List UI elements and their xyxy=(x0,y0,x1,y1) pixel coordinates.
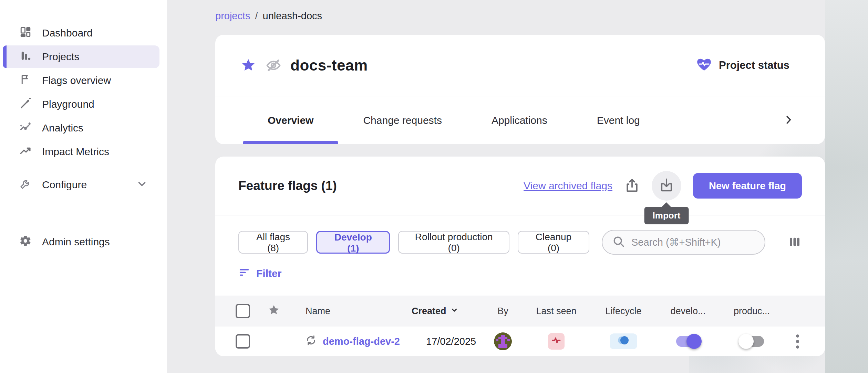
tabs-overflow-button[interactable] xyxy=(782,96,795,144)
project-title: docs-team xyxy=(290,57,368,74)
production-toggle[interactable] xyxy=(738,333,765,350)
chip-all-flags[interactable]: All flags (8) xyxy=(238,231,308,254)
breadcrumb: projects / unleash-docs xyxy=(215,10,868,22)
search-box xyxy=(602,230,765,255)
column-header-by[interactable]: By xyxy=(484,306,522,317)
search-icon xyxy=(612,235,625,249)
heart-pulse-icon xyxy=(696,57,712,74)
sidebar-item-admin-settings[interactable]: Admin settings xyxy=(3,231,159,253)
flags-toolbar: All flags (8) Develop (1) Rollout produc… xyxy=(215,215,825,255)
chip-rollout-production[interactable]: Rollout production (0) xyxy=(398,231,509,254)
table-row: demo-flag-dev-2 17/02/2025 xyxy=(215,327,825,356)
sidebar-item-label: Playground xyxy=(42,98,94,110)
sidebar-item-playground[interactable]: Playground xyxy=(3,93,159,116)
project-status-button[interactable]: Project status xyxy=(696,57,789,74)
sidebar-item-label: Analytics xyxy=(42,122,83,134)
star-icon xyxy=(267,303,280,319)
tab-applications[interactable]: Applications xyxy=(467,96,572,144)
row-actions-menu-icon[interactable] xyxy=(796,334,799,349)
column-header-created[interactable]: Created xyxy=(412,306,484,317)
projects-icon xyxy=(19,50,32,64)
analytics-icon xyxy=(19,121,32,136)
gear-icon xyxy=(19,235,32,249)
project-tabs: Overview Change requests Applications Ev… xyxy=(215,96,825,144)
export-icon xyxy=(624,178,640,194)
chip-develop[interactable]: Develop (1) xyxy=(316,231,390,254)
export-button[interactable] xyxy=(624,178,640,194)
column-header-production[interactable]: produc... xyxy=(720,306,784,317)
project-status-label: Project status xyxy=(719,59,789,72)
lifecycle-stage-badge[interactable] xyxy=(610,333,637,349)
chip-cleanup[interactable]: Cleanup (0) xyxy=(518,231,589,254)
wrench-icon xyxy=(19,178,32,192)
import-button[interactable]: Import xyxy=(652,171,681,201)
feature-flags-title: Feature flags (1) xyxy=(238,179,337,193)
last-seen-badge[interactable] xyxy=(548,333,565,350)
pulse-icon xyxy=(551,335,562,348)
breadcrumb-separator: / xyxy=(255,10,258,22)
sidebar-item-configure[interactable]: Configure xyxy=(3,173,159,196)
sidebar-item-flags-overview[interactable]: Flags overview xyxy=(3,69,159,92)
import-icon xyxy=(659,177,674,194)
import-tooltip: Import xyxy=(644,207,689,224)
breadcrumb-projects-link[interactable]: projects xyxy=(215,10,250,22)
sidebar-item-label: Projects xyxy=(42,51,79,63)
column-header-name[interactable]: Name xyxy=(291,306,412,317)
favorite-column-header[interactable] xyxy=(257,303,291,319)
sidebar-item-impact-metrics[interactable]: Impact Metrics xyxy=(3,140,159,163)
wand-icon xyxy=(19,97,32,112)
tab-overview[interactable]: Overview xyxy=(243,96,338,144)
select-all-checkbox[interactable] xyxy=(236,304,250,318)
search-input[interactable] xyxy=(631,237,755,248)
lifecycle-prelive-icon xyxy=(616,334,631,349)
sidebar-item-label: Impact Metrics xyxy=(42,146,109,158)
filter-button[interactable]: Filter xyxy=(215,255,304,296)
dashboard-icon xyxy=(19,26,32,41)
main-content: projects / unleash-docs docs-team xyxy=(167,0,868,373)
column-header-development[interactable]: develo... xyxy=(656,306,720,317)
sidebar-item-analytics[interactable]: Analytics xyxy=(3,117,159,139)
feature-flags-card: Feature flags (1) View archived flags xyxy=(215,157,825,356)
sidebar-item-dashboard[interactable]: Dashboard xyxy=(3,22,159,44)
project-header-card: docs-team Project status Overview Change… xyxy=(215,35,825,144)
sidebar-item-label: Admin settings xyxy=(42,236,110,248)
lifecycle-sync-icon xyxy=(305,334,317,349)
column-header-last-seen[interactable]: Last seen xyxy=(522,306,591,317)
trending-up-icon xyxy=(19,145,32,159)
filter-lines-icon xyxy=(238,266,250,280)
row-checkbox[interactable] xyxy=(236,334,250,349)
breadcrumb-current: unleash-docs xyxy=(263,10,322,22)
new-feature-flag-button[interactable]: New feature flag xyxy=(693,173,802,199)
flag-icon xyxy=(19,73,32,88)
sidebar: Dashboard Projects Flags overview Playgr… xyxy=(0,0,167,373)
development-toggle[interactable] xyxy=(675,333,702,350)
chevron-right-icon xyxy=(782,114,795,127)
eye-off-icon[interactable] xyxy=(266,57,281,73)
flag-name-link[interactable]: demo-flag-dev-2 xyxy=(323,336,400,347)
chevron-down-icon xyxy=(136,178,148,192)
sidebar-item-label: Configure xyxy=(42,179,87,191)
table-header-row: Name Created By Last seen Lifecycle deve… xyxy=(215,296,825,327)
sidebar-item-projects[interactable]: Projects xyxy=(3,45,159,68)
tab-event-log[interactable]: Event log xyxy=(572,96,665,144)
sidebar-item-label: Dashboard xyxy=(42,27,93,39)
created-date: 17/02/2025 xyxy=(412,336,484,347)
creator-avatar[interactable] xyxy=(494,332,512,350)
columns-button[interactable] xyxy=(787,235,802,250)
column-header-lifecycle[interactable]: Lifecycle xyxy=(591,306,656,317)
sort-desc-icon xyxy=(450,306,459,317)
sidebar-item-label: Flags overview xyxy=(42,75,111,86)
favorite-star-icon[interactable] xyxy=(241,58,256,73)
view-archived-flags-link[interactable]: View archived flags xyxy=(524,180,612,192)
columns-icon xyxy=(787,235,802,250)
flags-table: Name Created By Last seen Lifecycle deve… xyxy=(215,296,825,356)
tab-change-requests[interactable]: Change requests xyxy=(338,96,467,144)
